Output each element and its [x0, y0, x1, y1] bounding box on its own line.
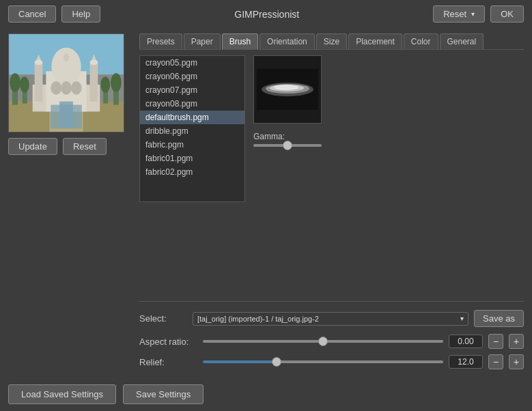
- relief-label: Relief:: [139, 357, 197, 367]
- relief-decrement-button[interactable]: −: [488, 354, 503, 369]
- svg-point-8: [111, 73, 122, 92]
- left-panel: Update Reset: [8, 33, 131, 372]
- svg-point-19: [51, 48, 81, 85]
- tab-brush[interactable]: Brush: [222, 33, 258, 49]
- list-item[interactable]: fabric02.pgm: [140, 165, 244, 179]
- list-item[interactable]: dribble.pgm: [140, 124, 244, 138]
- left-reset-button[interactable]: Reset: [63, 138, 107, 155]
- brush-list[interactable]: crayon05.pgm crayon06.pgm crayon07.pgm c…: [139, 55, 245, 202]
- title-bar: Cancel Help GIMPressionist Reset ▾ OK: [0, 0, 532, 28]
- tabs-bar: Presets Paper Brush Orientation Size Pla…: [139, 33, 524, 50]
- svg-rect-15: [90, 64, 98, 101]
- svg-point-10: [100, 76, 110, 93]
- brush-tab-content: crayon05.pgm crayon06.pgm crayon07.pgm c…: [139, 55, 524, 294]
- relief-slider[interactable]: [203, 360, 443, 363]
- update-button[interactable]: Update: [8, 138, 57, 155]
- preview-svg: [9, 34, 124, 132]
- bottom-bar: Load Saved Settings Save Settings: [0, 378, 532, 411]
- cancel-button[interactable]: Cancel: [8, 5, 56, 23]
- chevron-down-icon: ▾: [460, 315, 464, 322]
- brush-preview-area: Gamma:: [253, 55, 524, 294]
- aspect-ratio-row: Aspect ratio: 0.00 − +: [139, 331, 524, 352]
- svg-point-17: [90, 59, 98, 65]
- tab-general[interactable]: General: [440, 33, 484, 49]
- main-window: Cancel Help GIMPressionist Reset ▾ OK: [0, 0, 532, 411]
- gamma-label: Gamma:: [253, 132, 524, 141]
- window-title: GIMPressionist: [234, 9, 299, 20]
- svg-rect-12: [35, 64, 43, 101]
- help-button[interactable]: Help: [61, 5, 100, 23]
- save-settings-button[interactable]: Save Settings: [123, 384, 204, 404]
- title-bar-right: Reset ▾ OK: [433, 5, 524, 23]
- aspect-ratio-slider[interactable]: [203, 340, 443, 343]
- load-saved-settings-button[interactable]: Load Saved Settings: [8, 384, 116, 404]
- tab-paper[interactable]: Paper: [184, 33, 221, 49]
- svg-point-23: [71, 81, 82, 95]
- params-section: Select: [taj_orig] (imported)-1 / taj_or…: [139, 294, 524, 372]
- save-as-button[interactable]: Save as: [474, 310, 524, 327]
- list-item[interactable]: fabric.pgm: [140, 138, 244, 152]
- brush-list-container: crayon05.pgm crayon06.pgm crayon07.pgm c…: [139, 55, 245, 294]
- svg-point-22: [61, 81, 72, 95]
- relief-increment-button[interactable]: +: [509, 354, 524, 369]
- select-value: [taj_orig] (imported)-1 / taj_orig.jpg-2: [197, 315, 319, 323]
- list-item[interactable]: fabric01.pgm: [140, 152, 244, 165]
- aspect-ratio-value: 0.00: [449, 335, 483, 348]
- svg-rect-25: [51, 105, 81, 129]
- svg-point-4: [10, 73, 20, 92]
- svg-point-21: [51, 81, 61, 95]
- select-row: Select: [taj_orig] (imported)-1 / taj_or…: [139, 306, 524, 331]
- aspect-ratio-increment-button[interactable]: +: [509, 334, 524, 349]
- gamma-slider[interactable]: [253, 144, 322, 147]
- brush-stroke-svg: [257, 69, 318, 110]
- content-area: Update Reset Presets Paper Brush Orienta…: [0, 28, 532, 378]
- chevron-down-icon: ▾: [471, 10, 475, 18]
- relief-value: 12.0: [449, 355, 483, 369]
- title-bar-left: Cancel Help: [8, 5, 100, 23]
- relief-row: Relief: 12.0 − +: [139, 352, 524, 372]
- tab-size[interactable]: Size: [316, 33, 347, 49]
- preview-image: [8, 33, 124, 132]
- aspect-ratio-label: Aspect ratio:: [139, 337, 197, 347]
- list-item[interactable]: crayon08.pgm: [140, 97, 244, 111]
- right-panel: Presets Paper Brush Orientation Size Pla…: [139, 33, 524, 372]
- svg-point-20: [64, 54, 69, 62]
- left-buttons: Update Reset: [8, 138, 131, 155]
- gamma-slider-container: [253, 144, 524, 147]
- tab-placement[interactable]: Placement: [348, 33, 402, 49]
- aspect-ratio-decrement-button[interactable]: −: [488, 334, 503, 349]
- ok-button[interactable]: OK: [490, 5, 524, 23]
- divider: [139, 301, 524, 302]
- tab-presets[interactable]: Presets: [139, 33, 182, 49]
- select-dropdown[interactable]: [taj_orig] (imported)-1 / taj_orig.jpg-2…: [193, 312, 468, 326]
- gamma-row: Gamma:: [253, 132, 524, 147]
- reset-button[interactable]: Reset ▾: [433, 5, 485, 23]
- tab-color[interactable]: Color: [404, 33, 438, 49]
- list-item[interactable]: crayon05.pgm: [140, 56, 244, 70]
- list-item[interactable]: crayon06.pgm: [140, 70, 244, 83]
- tab-orientation[interactable]: Orientation: [260, 33, 315, 49]
- list-item[interactable]: defaultbrush.pgm: [140, 111, 244, 124]
- svg-point-14: [35, 59, 43, 65]
- select-label: Select:: [139, 313, 187, 324]
- list-item[interactable]: crayon07.pgm: [140, 83, 244, 97]
- svg-point-6: [20, 76, 29, 93]
- brush-preview-image: [253, 55, 322, 124]
